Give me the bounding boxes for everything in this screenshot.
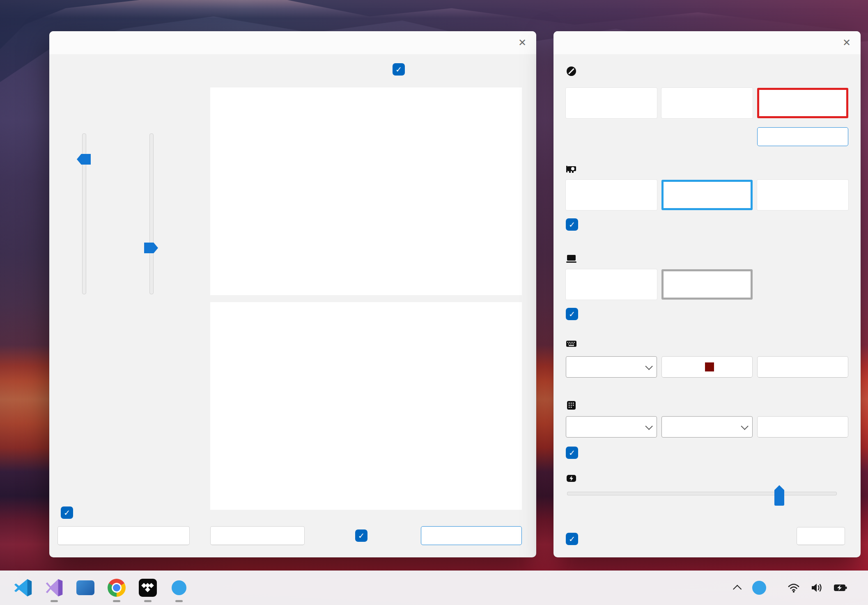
g-helper-tray-icon[interactable] [752, 581, 766, 595]
screen-144hz-button[interactable] [661, 269, 753, 300]
checkbox-checked-icon[interactable]: ✓ [61, 506, 73, 519]
gpu-card-icon [566, 163, 577, 174]
checkbox-checked-icon[interactable]: ✓ [566, 533, 578, 545]
battery-slider-track[interactable] [567, 492, 837, 495]
gpu-standard-button[interactable] [661, 180, 753, 210]
battery-slider-ticks [567, 483, 836, 487]
matrix-header-row [566, 400, 848, 411]
set-60hz-battery-row[interactable]: ✓ [566, 308, 583, 320]
matrix-content-dropdown[interactable] [661, 416, 753, 438]
checkbox-checked-icon[interactable]: ✓ [393, 63, 405, 76]
auto-apply-power-row[interactable]: ✓ [61, 506, 78, 519]
powershell-glyph [76, 580, 94, 595]
picture-gif-button[interactable] [757, 416, 848, 438]
close-icon[interactable]: ✕ [513, 34, 531, 52]
keyboard-header-row [566, 338, 848, 349]
vscode-icon[interactable] [14, 578, 32, 597]
gpu-eco-button[interactable] [566, 180, 657, 210]
fans-and-power-button[interactable] [757, 127, 848, 146]
matrix-battery-row[interactable]: ✓ [566, 447, 583, 459]
battery-charge-icon [566, 473, 577, 484]
auto-apply-fans-row[interactable]: ✓ [355, 529, 372, 542]
mode-balanced-button[interactable] [661, 88, 753, 118]
gpu-ultimate-button[interactable] [757, 180, 848, 210]
chevron-down-icon [645, 422, 652, 430]
wifi-icon[interactable] [788, 582, 800, 593]
checkbox-checked-icon[interactable]: ✓ [566, 308, 578, 320]
matrix-brightness-dropdown[interactable] [566, 416, 657, 438]
volume-icon[interactable] [811, 582, 823, 593]
chevron-down-icon [741, 422, 748, 430]
screen-header-row [566, 253, 848, 264]
quit-button[interactable] [797, 527, 845, 545]
gpu-header-row [566, 163, 848, 174]
running-indicator [51, 600, 58, 602]
taskbar-app-icons [14, 578, 188, 597]
cpu-slider-ticks [158, 133, 161, 293]
apply-fan-curve-button[interactable] [421, 526, 522, 545]
powershell-icon[interactable] [76, 578, 95, 597]
running-indicator [113, 600, 120, 602]
running-indicator [175, 600, 183, 602]
keyboard-icon [566, 338, 577, 349]
g-helper-badge-letter [172, 580, 186, 595]
visual-studio-icon[interactable] [45, 578, 64, 597]
checkbox-checked-icon[interactable]: ✓ [566, 447, 578, 459]
keyboard-color-button[interactable] [661, 356, 753, 378]
gauge-icon [566, 66, 577, 77]
total-slider-ticks [72, 133, 75, 293]
battery-charging-icon[interactable] [834, 582, 847, 593]
battery-slider-thumb[interactable] [774, 485, 784, 506]
battery-header-row [566, 473, 848, 484]
cpu-slider-thumb[interactable] [144, 243, 158, 253]
gpu-fan-chart[interactable] [210, 302, 522, 510]
mode-silent-button[interactable] [566, 88, 657, 118]
chrome-icon[interactable] [107, 578, 126, 597]
checkbox-checked-icon[interactable]: ✓ [355, 529, 367, 542]
chevron-down-icon [645, 362, 652, 370]
performance-header-row [566, 66, 848, 77]
turbo-boost-row[interactable]: ✓ [393, 63, 410, 76]
screen-icon [566, 253, 577, 264]
eco-on-battery-row[interactable]: ✓ [566, 218, 583, 231]
taskbar [0, 571, 868, 605]
total-slider-thumb[interactable] [77, 154, 91, 165]
keyboard-extra-button[interactable] [757, 356, 848, 378]
color-swatch [705, 362, 714, 371]
apply-power-limits-button[interactable] [57, 526, 190, 545]
checkbox-checked-icon[interactable]: ✓ [566, 218, 578, 231]
fans-power-window: ✕ ✓ ✓ ✓ [49, 31, 536, 557]
cpu-fan-chart[interactable] [210, 87, 522, 295]
g-helper-taskbar-icon[interactable] [170, 578, 188, 597]
system-tray [735, 581, 858, 595]
screen-60hz-button[interactable] [566, 269, 657, 300]
keyboard-mode-dropdown[interactable] [566, 356, 657, 378]
factory-defaults-button[interactable] [210, 526, 305, 545]
mode-turbo-button[interactable] [757, 88, 848, 118]
fans-power-titlebar [49, 31, 536, 54]
tray-chevron-up-icon[interactable] [733, 584, 742, 593]
run-on-startup-row[interactable]: ✓ [566, 533, 583, 545]
g-helper-window: ✕ ✓ [553, 31, 861, 557]
running-indicator [144, 600, 152, 602]
g-helper-titlebar [553, 31, 861, 54]
anime-matrix-icon [566, 400, 577, 411]
close-icon[interactable]: ✕ [838, 34, 856, 52]
tidal-icon[interactable] [138, 578, 157, 597]
cpu-slider-track[interactable] [149, 133, 154, 294]
